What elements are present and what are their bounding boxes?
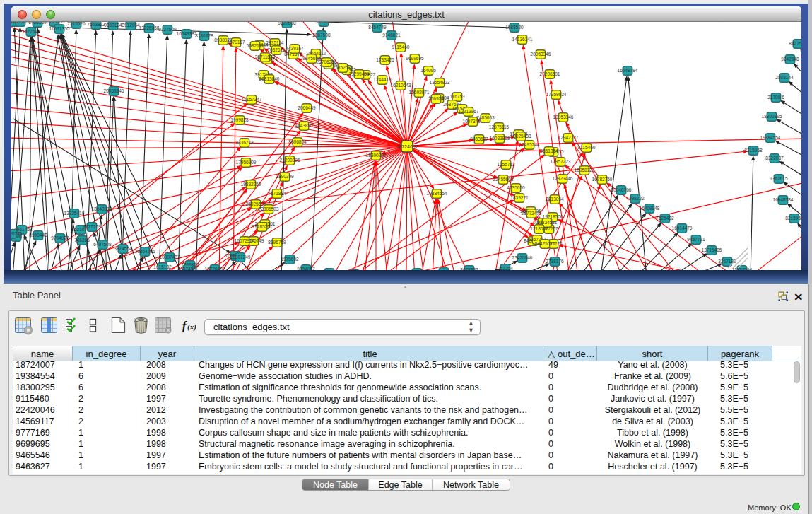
svg-text:1055713: 1055713	[497, 162, 515, 167]
svg-text:2718176: 2718176	[546, 259, 564, 264]
svg-text:19384554: 19384554	[427, 191, 447, 196]
svg-text:12975115: 12975115	[489, 124, 510, 129]
svg-text:756928: 756928	[428, 96, 444, 101]
svg-text:19384554: 19384554	[760, 135, 781, 140]
svg-text:7485063: 7485063	[476, 115, 495, 120]
svg-text:7663822: 7663822	[87, 22, 105, 27]
svg-text:18724007: 18724007	[396, 144, 418, 149]
svg-text:10807487: 10807487	[160, 255, 180, 259]
svg-text:19832259: 19832259	[241, 182, 261, 187]
svg-text:1615132: 1615132	[153, 264, 172, 269]
svg-text:20772475: 20772475	[522, 211, 542, 216]
svg-text:9242848: 9242848	[781, 57, 799, 62]
svg-text:23706266: 23706266	[317, 59, 337, 64]
svg-text:4143890: 4143890	[295, 123, 313, 128]
svg-text:16648784: 16648784	[618, 68, 638, 73]
svg-text:10046766: 10046766	[611, 187, 632, 192]
svg-text:19285201: 19285201	[252, 224, 273, 229]
svg-text:7515526: 7515526	[67, 22, 86, 26]
svg-text:9115460: 9115460	[578, 145, 596, 150]
svg-text:14136141: 14136141	[512, 37, 533, 42]
svg-text:12923446: 12923446	[553, 176, 573, 181]
svg-text:9860124: 9860124	[104, 23, 122, 28]
svg-text:16671355: 16671355	[49, 26, 70, 31]
svg-text:746266: 746266	[74, 238, 90, 243]
svg-text:f: f	[182, 320, 187, 332]
svg-text:10025438: 10025438	[511, 134, 531, 139]
svg-text:16120746: 16120746	[11, 231, 23, 236]
svg-text:25852685: 25852685	[333, 65, 353, 70]
svg-text:3824554: 3824554	[114, 246, 132, 251]
svg-text:9115460: 9115460	[392, 45, 410, 49]
svg-text:2066449: 2066449	[298, 105, 316, 110]
svg-text:8813054: 8813054	[546, 197, 564, 201]
svg-text:1975692: 1975692	[281, 257, 299, 262]
svg-text:7632621: 7632621	[267, 47, 286, 52]
svg-text:8912954: 8912954	[122, 23, 140, 28]
svg-text:6879197: 6879197	[227, 40, 245, 45]
svg-text:16033809: 16033809	[490, 136, 510, 141]
svg-text:15720407: 15720407	[205, 267, 225, 270]
svg-text:1244413: 1244413	[373, 77, 392, 82]
svg-text:10953346: 10953346	[553, 115, 574, 119]
svg-text:164095: 164095	[420, 68, 436, 73]
svg-text:3875685: 3875685	[314, 22, 333, 24]
svg-text:116753: 116753	[449, 94, 465, 99]
svg-text:16409948: 16409948	[640, 206, 660, 211]
svg-text:1362615: 1362615	[770, 176, 788, 181]
svg-text:10719155: 10719155	[45, 22, 65, 24]
svg-text:9457721: 9457721	[687, 237, 705, 242]
svg-text:8427552: 8427552	[789, 41, 801, 46]
svg-text:7625402: 7625402	[656, 216, 674, 221]
svg-text:2935114: 2935114	[266, 40, 284, 45]
svg-text:23420046: 23420046	[512, 255, 533, 260]
svg-text:1527602: 1527602	[22, 29, 40, 34]
svg-text:5682115: 5682115	[247, 43, 264, 48]
svg-text:25025631: 25025631	[246, 201, 266, 206]
svg-text:22455603: 22455603	[493, 177, 514, 182]
svg-text:15692971: 15692971	[409, 90, 430, 95]
svg-text:4735650: 4735650	[507, 185, 525, 190]
svg-text:16543382: 16543382	[177, 31, 197, 36]
svg-text:13325419: 13325419	[64, 211, 85, 216]
svg-text:15157347: 15157347	[242, 97, 262, 102]
svg-text:13654923: 13654923	[430, 80, 450, 85]
svg-text:21700 6: 21700 6	[767, 95, 784, 100]
svg-text:9327508: 9327508	[278, 22, 296, 25]
svg-text:16072954: 16072954	[235, 238, 255, 243]
svg-text:8454749: 8454749	[368, 25, 387, 30]
svg-text:13716485: 13716485	[702, 247, 722, 252]
svg-text:24425670: 24425670	[535, 241, 555, 246]
svg-text:1733426: 1733426	[376, 57, 394, 62]
svg-text:20364436: 20364436	[135, 249, 155, 254]
svg-text:8396759: 8396759	[268, 240, 286, 245]
svg-text:13226058: 13226058	[139, 25, 160, 30]
svg-text:1839221: 1839221	[510, 195, 529, 200]
svg-text:22806503: 22806503	[259, 206, 279, 211]
svg-text:18640910: 18640910	[92, 206, 112, 211]
svg-text:1218062: 1218062	[530, 226, 548, 231]
svg-text:4439167: 4439167	[286, 46, 304, 51]
svg-text:9146821: 9146821	[382, 33, 401, 37]
svg-text:6497508: 6497508	[93, 242, 112, 247]
svg-text:18300295: 18300295	[762, 114, 782, 119]
svg-text:19166825: 19166825	[434, 269, 454, 270]
svg-text:17957223: 17957223	[551, 159, 571, 164]
svg-text:2867608: 2867608	[312, 33, 331, 37]
svg-text:(x): (x)	[187, 322, 196, 332]
svg-text:25711873: 25711873	[255, 54, 276, 59]
svg-text:19299464: 19299464	[349, 71, 370, 76]
svg-text:8186328: 8186328	[195, 33, 213, 38]
svg-text:8215958: 8215958	[744, 148, 763, 153]
svg-text:20053346: 20053346	[104, 88, 124, 93]
svg-text:1999828: 1999828	[230, 117, 249, 122]
svg-text:8322037: 8322037	[765, 156, 784, 160]
svg-text:8806804: 8806804	[288, 139, 307, 144]
svg-text:13495744: 13495744	[519, 142, 540, 147]
svg-text:9327509: 9327509	[158, 27, 177, 32]
svg-text:8336273: 8336273	[235, 140, 254, 145]
svg-text:20813640: 20813640	[259, 76, 280, 81]
svg-text:18300295: 18300295	[366, 153, 387, 158]
svg-text:16648784: 16648784	[773, 197, 794, 202]
svg-text:13524861: 13524861	[178, 267, 199, 270]
